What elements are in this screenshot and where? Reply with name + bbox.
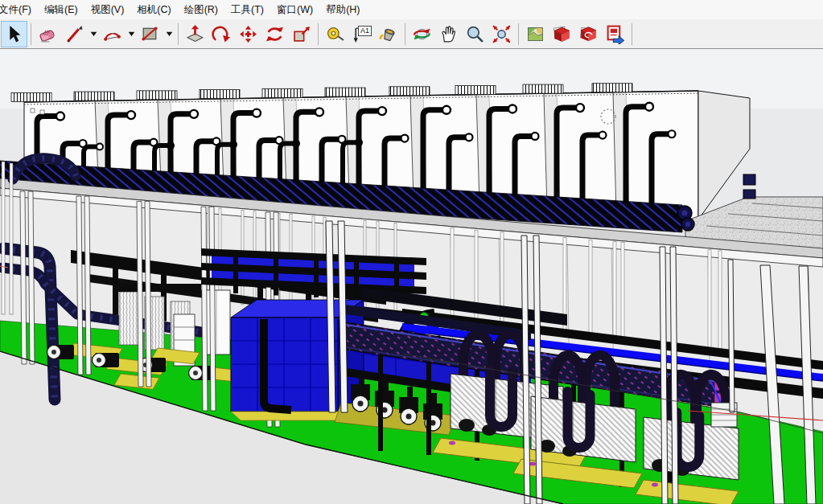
scale-tool-button[interactable] [288,21,315,47]
tape-measure-tool-button[interactable] [322,21,348,47]
menu-bar: 文件(F) 编辑(E) 视图(V) 相机(C) 绘图(R) 工具(T) 窗口(W… [0,0,823,19]
rectangle-tool-button[interactable] [137,21,163,47]
warehouse-model-icon [552,24,572,44]
send-to-layout-button[interactable] [602,21,628,47]
tape-measure-icon [325,24,345,44]
arc-tool-dropdown[interactable] [126,22,137,47]
pan-hand-icon [438,24,459,44]
select-tool-button[interactable] [1,21,27,47]
pencil-icon [64,24,84,44]
share-model-button[interactable] [575,21,602,47]
toolbar-separator [31,23,31,45]
push-pull-tool-button[interactable] [182,21,208,47]
zoom-icon [465,24,485,44]
move-icon [238,24,258,44]
toolbar-separator [632,23,632,45]
follow-me-tool-button[interactable] [208,21,235,47]
rectangle-icon [140,24,160,44]
line-tool-dropdown[interactable] [88,22,99,47]
toolbar-separator [318,23,319,45]
add-location-button[interactable] [522,21,549,47]
chevron-down-icon [90,31,97,37]
3d-viewport[interactable] [0,49,823,504]
scale-icon [291,24,311,44]
toolbar-separator [178,23,179,45]
orbit-tool-button[interactable] [409,21,435,47]
menu-item-edit[interactable]: 编辑(E) [39,0,86,20]
follow-me-icon [212,24,232,44]
chevron-down-icon [128,31,135,37]
toolbar-separator [405,23,405,45]
text-tool-button[interactable]: A1 [348,21,375,47]
menu-item-view[interactable]: 视图(V) [86,0,133,20]
map-location-icon [525,24,545,44]
chevron-down-icon [166,31,173,37]
arc-tool-button[interactable] [99,21,126,47]
toolbar-separator [518,23,519,45]
arc-icon [102,24,122,44]
menu-item-camera[interactable]: 相机(C) [132,0,179,20]
menu-item-draw[interactable]: 绘图(R) [179,0,226,20]
eraser-icon [38,24,58,44]
zoom-tool-button[interactable] [462,21,488,47]
share-model-icon [578,24,599,44]
move-tool-button[interactable] [235,21,261,47]
pan-tool-button[interactable] [435,21,462,47]
paint-bucket-tool-button[interactable] [375,21,401,47]
send-to-layout-icon [605,24,625,44]
text-tool-glyph: A1 [358,26,372,36]
rotate-icon [265,24,285,44]
push-pull-icon [185,24,205,44]
rotate-tool-button[interactable] [261,21,288,47]
zoom-extents-icon [492,24,512,44]
select-arrow-icon [4,24,24,44]
eraser-tool-button[interactable] [35,21,61,47]
rectangle-tool-dropdown[interactable] [163,22,175,47]
menu-item-help[interactable]: 帮助(H) [321,0,368,20]
menu-item-tools[interactable]: 工具(T) [226,0,272,20]
model-scene [0,49,823,504]
paint-bucket-icon [378,24,398,44]
zoom-extents-button[interactable] [488,21,515,47]
text-tool-icon: A1 [352,24,372,44]
line-tool-button[interactable] [61,21,88,47]
get-models-button[interactable] [549,21,575,47]
main-toolbar: A1 [0,19,823,49]
menu-item-file[interactable]: 文件(F) [0,0,39,20]
orbit-icon [412,24,432,44]
menu-item-window[interactable]: 窗口(W) [272,0,321,20]
